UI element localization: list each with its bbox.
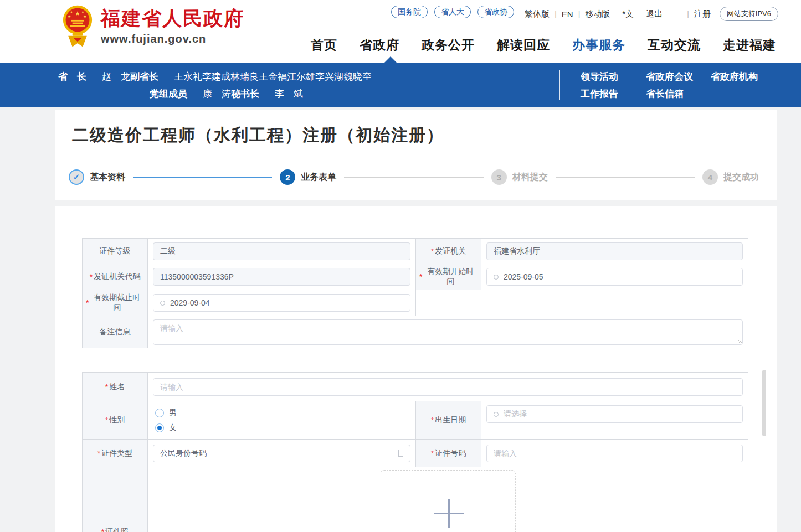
clock-icon — [494, 412, 499, 417]
ipv6-badge[interactable]: 网站支持IPV6 — [720, 7, 778, 21]
svg-text:★: ★ — [75, 10, 80, 17]
step3-label: 材料提交 — [512, 172, 548, 183]
link-gov-agencies[interactable]: 省政府机构 — [711, 68, 758, 85]
required-asterisk: * — [86, 298, 89, 307]
clock-icon — [494, 275, 499, 280]
valid-start-datepicker[interactable]: 2025-09-05 — [486, 268, 743, 286]
official-link[interactable]: 李 斌 — [275, 89, 303, 99]
link-provincial-congress[interactable]: 省人大 — [434, 6, 471, 18]
official-link[interactable]: 林瑞良 — [230, 71, 259, 82]
required-asterisk: * — [431, 449, 434, 458]
scrollbar-thumb[interactable] — [762, 370, 766, 436]
step2-circle: 2 — [280, 169, 295, 185]
officials-row-1: 省 长赵 龙副省长王永礼李建成林瑞良王金福江尔雄李兴湖魏晓奎 — [58, 68, 372, 85]
official-link[interactable]: 赵 龙 — [102, 71, 130, 82]
role-governor: 省 长 — [58, 71, 86, 82]
link-governor-mailbox[interactable]: 省长信箱 — [646, 85, 711, 102]
link-provincial-cppcc[interactable]: 省政协 — [477, 6, 514, 18]
register-link[interactable]: 注册 — [694, 9, 711, 19]
radio-icon — [155, 409, 164, 417]
nav-gov-affairs-disclosure[interactable]: 政务公开 — [422, 37, 475, 54]
link-mobile[interactable]: 移动版 — [585, 9, 610, 19]
nav-interpretation-response[interactable]: 解读回应 — [497, 37, 550, 54]
issuer-label: *发证机关 — [416, 239, 481, 264]
official-link[interactable]: 江尔雄 — [287, 71, 315, 82]
id-number-label: *证件号码 — [416, 440, 481, 467]
check-icon: ✓ — [73, 172, 80, 182]
svg-text:★: ★ — [70, 10, 73, 14]
svg-text:★: ★ — [83, 14, 86, 18]
site-logo[interactable]: ★ ★ ★ ★ ★ 福建省人民政府 www.fujian.gov.cn — [62, 4, 244, 50]
role-vice-governor: 副省长 — [130, 71, 158, 82]
radio-female[interactable]: 女 — [155, 423, 177, 433]
nav-services[interactable]: 办事服务 — [572, 37, 625, 54]
step2-label: 业务表单 — [301, 172, 336, 183]
valid-start-label: *有效期开始时间 — [416, 264, 481, 290]
birth-datepicker[interactable]: 请选择 — [486, 405, 743, 423]
logout-link[interactable]: 退出 — [646, 9, 663, 19]
plus-icon — [434, 513, 464, 514]
step3-circle: 3 — [491, 169, 507, 185]
step1-label: 基本资料 — [90, 172, 125, 183]
main-nav: 首页 省政府 政务公开 解读回应 办事服务 互动交流 走进福建 — [311, 37, 776, 54]
cert-level-label: 证件等级 — [83, 239, 148, 264]
separator: | — [554, 9, 557, 18]
step-connector — [556, 177, 695, 178]
nav-interaction[interactable]: 互动交流 — [648, 37, 701, 54]
official-link[interactable]: 王永礼 — [174, 71, 202, 82]
nav-about-fujian[interactable]: 走进福建 — [723, 37, 776, 54]
official-link[interactable]: 李兴湖 — [315, 71, 343, 82]
link-gov-meetings[interactable]: 省政府会议 — [646, 68, 711, 85]
required-asterisk: * — [431, 247, 434, 256]
svg-text:★: ★ — [81, 10, 85, 14]
accessibility-toggle[interactable]: *文 — [622, 9, 634, 19]
nav-provincial-government[interactable]: 省政府 — [360, 37, 399, 54]
step-connector — [133, 177, 272, 178]
personal-info-table: *姓名 *性别 男 女 *出生日期 请选择 *证件类型 公民身份号码 *证件号码… — [82, 372, 748, 532]
step1-circle: ✓ — [69, 169, 84, 185]
required-asterisk: * — [97, 449, 100, 458]
official-link[interactable]: 魏晓奎 — [343, 71, 372, 82]
dropdown-icon — [398, 450, 403, 457]
svg-text:★: ★ — [68, 14, 71, 18]
officials-quick-links: 领导活动 省政府会议 省政府机构 工作报告 省长信箱 — [581, 68, 758, 102]
id-type-select[interactable]: 公民身份号码 — [153, 445, 410, 462]
link-state-council[interactable]: 国务院 — [391, 6, 428, 18]
required-asterisk: * — [419, 272, 422, 281]
official-link[interactable]: 王金福 — [259, 71, 287, 82]
required-asterisk: * — [90, 272, 93, 281]
gov-quick-links: 国务院 省人大 省政协 — [391, 6, 514, 18]
issuer-code-label: *发证机关代码 — [83, 264, 148, 290]
required-asterisk: * — [105, 416, 108, 425]
step-connector — [344, 177, 483, 178]
page-title: 二级造价工程师（水利工程）注册（初始注册） — [72, 124, 444, 147]
link-leader-activities[interactable]: 领导活动 — [581, 68, 646, 85]
id-number-input[interactable] — [486, 445, 743, 462]
clock-icon — [160, 301, 165, 306]
photo-label: *证件照 — [83, 467, 148, 532]
gender-label: *性别 — [83, 401, 148, 440]
valid-end-label: *有效期截止时间 — [83, 290, 148, 316]
role-secretary-general: 秘书长 — [231, 89, 259, 99]
link-english[interactable]: EN — [562, 9, 573, 19]
step-indicator: ✓ 基本资料 2 业务表单 3 材料提交 4 提交成功 — [69, 166, 767, 188]
name-input[interactable] — [153, 378, 743, 396]
valid-end-datepicker[interactable]: 2029-09-04 — [153, 294, 410, 312]
site-name: 福建省人民政府 — [101, 6, 244, 32]
officials-list: 省 长赵 龙副省长王永礼李建成林瑞良王金福江尔雄李兴湖魏晓奎 党组成员康 涛秘书… — [58, 68, 372, 102]
nav-home[interactable]: 首页 — [311, 37, 337, 54]
issuer-field — [486, 242, 743, 260]
link-work-report[interactable]: 工作报告 — [581, 85, 646, 102]
role-party-member: 党组成员 — [150, 89, 187, 99]
form-card: 证件等级 *发证机关 *发证机关代码 *有效期开始时间 2025-09-05 *… — [55, 206, 777, 532]
official-link[interactable]: 康 涛 — [203, 89, 231, 99]
link-traditional-chinese[interactable]: 繁体版 — [525, 9, 550, 19]
remark-textarea[interactable] — [153, 319, 743, 345]
site-url: www.fujian.gov.cn — [101, 33, 244, 45]
official-link[interactable]: 李建成 — [202, 71, 230, 82]
empty-cell — [416, 290, 748, 316]
gender-radio-group: 男 女 — [148, 401, 416, 440]
radio-male[interactable]: 男 — [155, 408, 177, 418]
step4-circle: 4 — [702, 169, 718, 185]
photo-upload-box[interactable] — [381, 470, 516, 532]
